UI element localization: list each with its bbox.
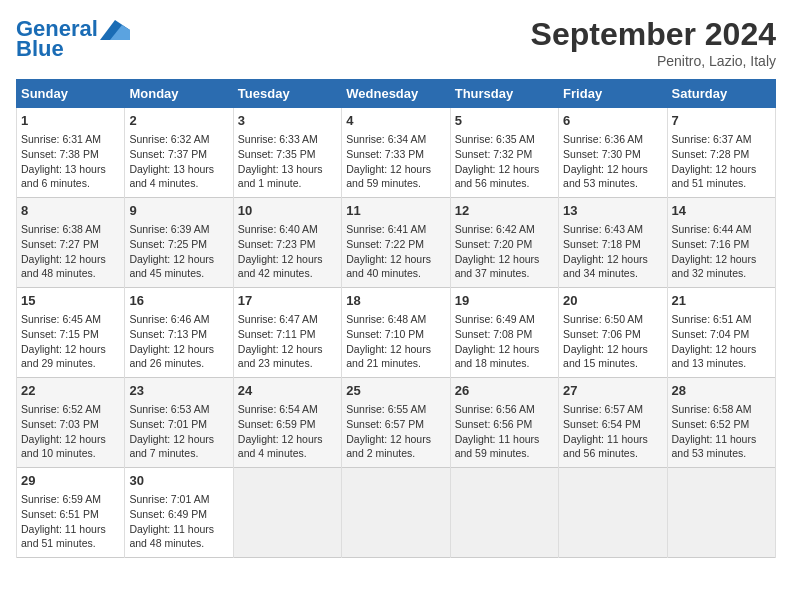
day-number: 20: [563, 292, 662, 310]
day-number: 8: [21, 202, 120, 220]
calendar-cell: 30Sunrise: 7:01 AM Sunset: 6:49 PM Dayli…: [125, 468, 233, 558]
weekday-header-monday: Monday: [125, 80, 233, 108]
calendar-cell: 12Sunrise: 6:42 AM Sunset: 7:20 PM Dayli…: [450, 198, 558, 288]
weekday-header-tuesday: Tuesday: [233, 80, 341, 108]
day-info: Sunrise: 6:58 AM Sunset: 6:52 PM Dayligh…: [672, 402, 771, 461]
day-info: Sunrise: 6:41 AM Sunset: 7:22 PM Dayligh…: [346, 222, 445, 281]
day-info: Sunrise: 6:34 AM Sunset: 7:33 PM Dayligh…: [346, 132, 445, 191]
day-number: 26: [455, 382, 554, 400]
calendar-week-row: 15Sunrise: 6:45 AM Sunset: 7:15 PM Dayli…: [17, 288, 776, 378]
day-number: 7: [672, 112, 771, 130]
day-number: 15: [21, 292, 120, 310]
calendar-cell: 10Sunrise: 6:40 AM Sunset: 7:23 PM Dayli…: [233, 198, 341, 288]
day-info: Sunrise: 6:39 AM Sunset: 7:25 PM Dayligh…: [129, 222, 228, 281]
calendar-cell: 22Sunrise: 6:52 AM Sunset: 7:03 PM Dayli…: [17, 378, 125, 468]
weekday-header-friday: Friday: [559, 80, 667, 108]
day-number: 14: [672, 202, 771, 220]
day-number: 11: [346, 202, 445, 220]
calendar-cell: 9Sunrise: 6:39 AM Sunset: 7:25 PM Daylig…: [125, 198, 233, 288]
day-info: Sunrise: 6:36 AM Sunset: 7:30 PM Dayligh…: [563, 132, 662, 191]
calendar-cell: 27Sunrise: 6:57 AM Sunset: 6:54 PM Dayli…: [559, 378, 667, 468]
calendar-cell: 6Sunrise: 6:36 AM Sunset: 7:30 PM Daylig…: [559, 108, 667, 198]
calendar-cell: 17Sunrise: 6:47 AM Sunset: 7:11 PM Dayli…: [233, 288, 341, 378]
day-number: 19: [455, 292, 554, 310]
calendar-cell: 15Sunrise: 6:45 AM Sunset: 7:15 PM Dayli…: [17, 288, 125, 378]
logo-icon: [100, 20, 130, 40]
day-number: 25: [346, 382, 445, 400]
day-info: Sunrise: 6:33 AM Sunset: 7:35 PM Dayligh…: [238, 132, 337, 191]
calendar-cell: [342, 468, 450, 558]
calendar-cell: 4Sunrise: 6:34 AM Sunset: 7:33 PM Daylig…: [342, 108, 450, 198]
weekday-header-sunday: Sunday: [17, 80, 125, 108]
calendar-cell: [667, 468, 775, 558]
calendar-cell: [233, 468, 341, 558]
day-info: Sunrise: 6:51 AM Sunset: 7:04 PM Dayligh…: [672, 312, 771, 371]
day-info: Sunrise: 6:47 AM Sunset: 7:11 PM Dayligh…: [238, 312, 337, 371]
calendar-cell: 11Sunrise: 6:41 AM Sunset: 7:22 PM Dayli…: [342, 198, 450, 288]
day-info: Sunrise: 6:54 AM Sunset: 6:59 PM Dayligh…: [238, 402, 337, 461]
page-header: General Blue September 2024 Penitro, Laz…: [16, 16, 776, 69]
weekday-header-saturday: Saturday: [667, 80, 775, 108]
day-number: 22: [21, 382, 120, 400]
day-info: Sunrise: 6:37 AM Sunset: 7:28 PM Dayligh…: [672, 132, 771, 191]
logo-blue-text: Blue: [16, 36, 64, 62]
calendar-cell: 21Sunrise: 6:51 AM Sunset: 7:04 PM Dayli…: [667, 288, 775, 378]
weekday-header-row: SundayMondayTuesdayWednesdayThursdayFrid…: [17, 80, 776, 108]
day-number: 12: [455, 202, 554, 220]
calendar-cell: 19Sunrise: 6:49 AM Sunset: 7:08 PM Dayli…: [450, 288, 558, 378]
calendar-week-row: 8Sunrise: 6:38 AM Sunset: 7:27 PM Daylig…: [17, 198, 776, 288]
calendar-table: SundayMondayTuesdayWednesdayThursdayFrid…: [16, 79, 776, 558]
day-number: 13: [563, 202, 662, 220]
day-number: 29: [21, 472, 120, 490]
day-info: Sunrise: 6:57 AM Sunset: 6:54 PM Dayligh…: [563, 402, 662, 461]
day-number: 5: [455, 112, 554, 130]
day-info: Sunrise: 6:56 AM Sunset: 6:56 PM Dayligh…: [455, 402, 554, 461]
day-info: Sunrise: 6:42 AM Sunset: 7:20 PM Dayligh…: [455, 222, 554, 281]
day-number: 16: [129, 292, 228, 310]
calendar-cell: 20Sunrise: 6:50 AM Sunset: 7:06 PM Dayli…: [559, 288, 667, 378]
calendar-cell: 23Sunrise: 6:53 AM Sunset: 7:01 PM Dayli…: [125, 378, 233, 468]
day-number: 10: [238, 202, 337, 220]
title-area: September 2024 Penitro, Lazio, Italy: [531, 16, 776, 69]
month-title: September 2024: [531, 16, 776, 53]
calendar-cell: 24Sunrise: 6:54 AM Sunset: 6:59 PM Dayli…: [233, 378, 341, 468]
logo: General Blue: [16, 16, 130, 62]
day-info: Sunrise: 6:48 AM Sunset: 7:10 PM Dayligh…: [346, 312, 445, 371]
day-info: Sunrise: 6:38 AM Sunset: 7:27 PM Dayligh…: [21, 222, 120, 281]
day-number: 30: [129, 472, 228, 490]
day-info: Sunrise: 6:50 AM Sunset: 7:06 PM Dayligh…: [563, 312, 662, 371]
day-number: 18: [346, 292, 445, 310]
day-number: 24: [238, 382, 337, 400]
day-info: Sunrise: 6:52 AM Sunset: 7:03 PM Dayligh…: [21, 402, 120, 461]
day-number: 21: [672, 292, 771, 310]
calendar-week-row: 22Sunrise: 6:52 AM Sunset: 7:03 PM Dayli…: [17, 378, 776, 468]
day-info: Sunrise: 7:01 AM Sunset: 6:49 PM Dayligh…: [129, 492, 228, 551]
calendar-cell: 26Sunrise: 6:56 AM Sunset: 6:56 PM Dayli…: [450, 378, 558, 468]
day-number: 2: [129, 112, 228, 130]
day-info: Sunrise: 6:59 AM Sunset: 6:51 PM Dayligh…: [21, 492, 120, 551]
day-number: 28: [672, 382, 771, 400]
day-number: 6: [563, 112, 662, 130]
calendar-cell: 28Sunrise: 6:58 AM Sunset: 6:52 PM Dayli…: [667, 378, 775, 468]
calendar-cell: [450, 468, 558, 558]
calendar-cell: 14Sunrise: 6:44 AM Sunset: 7:16 PM Dayli…: [667, 198, 775, 288]
calendar-cell: 8Sunrise: 6:38 AM Sunset: 7:27 PM Daylig…: [17, 198, 125, 288]
calendar-cell: 2Sunrise: 6:32 AM Sunset: 7:37 PM Daylig…: [125, 108, 233, 198]
calendar-cell: 13Sunrise: 6:43 AM Sunset: 7:18 PM Dayli…: [559, 198, 667, 288]
calendar-cell: [559, 468, 667, 558]
day-info: Sunrise: 6:49 AM Sunset: 7:08 PM Dayligh…: [455, 312, 554, 371]
calendar-cell: 5Sunrise: 6:35 AM Sunset: 7:32 PM Daylig…: [450, 108, 558, 198]
day-info: Sunrise: 6:43 AM Sunset: 7:18 PM Dayligh…: [563, 222, 662, 281]
day-info: Sunrise: 6:40 AM Sunset: 7:23 PM Dayligh…: [238, 222, 337, 281]
calendar-cell: 18Sunrise: 6:48 AM Sunset: 7:10 PM Dayli…: [342, 288, 450, 378]
day-number: 9: [129, 202, 228, 220]
calendar-cell: 7Sunrise: 6:37 AM Sunset: 7:28 PM Daylig…: [667, 108, 775, 198]
location: Penitro, Lazio, Italy: [531, 53, 776, 69]
day-info: Sunrise: 6:44 AM Sunset: 7:16 PM Dayligh…: [672, 222, 771, 281]
calendar-cell: 16Sunrise: 6:46 AM Sunset: 7:13 PM Dayli…: [125, 288, 233, 378]
day-number: 4: [346, 112, 445, 130]
calendar-cell: 25Sunrise: 6:55 AM Sunset: 6:57 PM Dayli…: [342, 378, 450, 468]
day-info: Sunrise: 6:35 AM Sunset: 7:32 PM Dayligh…: [455, 132, 554, 191]
day-info: Sunrise: 6:46 AM Sunset: 7:13 PM Dayligh…: [129, 312, 228, 371]
day-info: Sunrise: 6:45 AM Sunset: 7:15 PM Dayligh…: [21, 312, 120, 371]
